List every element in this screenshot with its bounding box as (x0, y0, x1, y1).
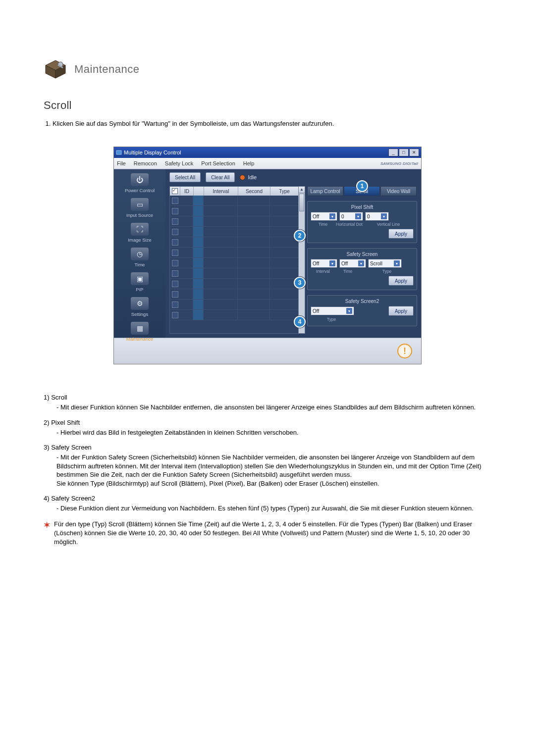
footnote: ✶ Für den type (Typ) Scroll (Blättern) k… (44, 520, 491, 547)
right-panel: Lamp Control Scroll Video Wall 1 Pixel S… (307, 186, 417, 334)
grid-header-status-icon[interactable] (194, 187, 204, 196)
table-row[interactable] (170, 279, 299, 289)
maintenance-icon (44, 59, 67, 79)
tabs: Lamp Control Scroll Video Wall 1 (307, 186, 417, 196)
svg-rect-5 (116, 151, 121, 154)
sidebar-item-input-source[interactable]: ▭Input Source (116, 198, 163, 218)
app-window: Multiple Display Control _ □ ✕ File Remo… (114, 147, 421, 364)
safety-screen-interval[interactable]: Off▾ (339, 259, 366, 268)
pixel-shift-hdot[interactable]: 0▾ (339, 212, 363, 221)
table-row[interactable] (170, 237, 299, 248)
table-row[interactable] (170, 289, 299, 300)
grid-header: ✓ ID Interval Second Type (170, 187, 299, 196)
apply-button-safety-screen[interactable]: Apply (388, 276, 414, 286)
apply-button-safety-screen2[interactable]: Apply (388, 306, 414, 316)
sidebar-item-image-size[interactable]: ⛶Image Size (116, 223, 163, 243)
explanation-item-4: 4) Safety Screen2 - Diese Funktion dient… (44, 495, 491, 513)
table-row[interactable] (170, 300, 299, 310)
idle-label: Idle (248, 174, 257, 180)
table-row[interactable] (170, 227, 299, 237)
sidebar-item-pip[interactable]: ▣PIP (116, 272, 163, 292)
minimize-button[interactable]: _ (388, 149, 398, 156)
safety-screen-type[interactable]: Scroll▾ (368, 259, 402, 268)
input-icon: ▭ (131, 198, 149, 211)
safety-screen-onoff[interactable]: Off▾ (311, 259, 337, 268)
grid-header-check[interactable]: ✓ (170, 187, 180, 196)
page-header: Maintenance (44, 59, 491, 79)
image-size-icon: ⛶ (131, 223, 149, 236)
panel-pixel-shift: Pixel Shift Off▾ 0▾ 0▾ Time Horizontal D… (307, 201, 417, 243)
window-title: Multiple Display Control (124, 150, 181, 155)
main-panel: Select All Clear All Idle ✓ ID Interval … (165, 169, 421, 338)
app-icon (116, 150, 122, 155)
grid-header-second[interactable]: Second (238, 187, 270, 196)
toolbar: Select All Clear All Idle (165, 169, 421, 184)
callout-1: 1 (356, 180, 368, 192)
sidebar-item-time[interactable]: ◷Time (116, 248, 163, 267)
label-type2: Type (311, 317, 352, 322)
chevron-down-icon: ▾ (381, 213, 387, 219)
scroll-up-icon[interactable]: ▲ (299, 187, 305, 193)
grid-rows (170, 196, 299, 320)
explanation-item-3: 3) Safety Screen - Mit der Funktion Safe… (44, 444, 491, 488)
menu-port-selection[interactable]: Port Selection (201, 160, 235, 166)
explanation-item-1: 1) Scroll - Mit dieser Funktion können S… (44, 394, 491, 412)
tab-lamp-control[interactable]: Lamp Control (307, 186, 343, 196)
maximize-button[interactable]: □ (399, 149, 409, 156)
menu-help[interactable]: Help (243, 160, 255, 166)
close-button[interactable]: ✕ (409, 149, 419, 156)
star-icon: ✶ (44, 520, 50, 547)
brand-label: SAMSUNG DIGITall (380, 161, 418, 166)
pixel-shift-vline[interactable]: 0▾ (365, 212, 389, 221)
label-hdot: Horizontal Dot (335, 222, 363, 227)
time-icon: ◷ (131, 248, 149, 260)
section-title: Scroll (44, 99, 491, 112)
label-interval: Interval (311, 269, 335, 274)
titlebar: Multiple Display Control _ □ ✕ (114, 147, 421, 158)
sidebar-item-power-control[interactable]: ⏻Power Control (116, 173, 163, 193)
safety-screen2-onoff[interactable]: Off▾ (311, 306, 354, 315)
table-row[interactable] (170, 206, 299, 216)
scroll-thumb[interactable] (299, 194, 304, 211)
label-vline: Vertical Line (363, 222, 414, 227)
panel-title-pixel-shift: Pixel Shift (311, 204, 414, 210)
warning-icon: ! (397, 344, 412, 358)
table-row[interactable] (170, 258, 299, 268)
panel-safety-screen: Safety Screen Off▾ Off▾ Scroll▾ Interval… (307, 248, 417, 290)
clear-all-button[interactable]: Clear All (206, 172, 235, 182)
menu-remocon[interactable]: Remocon (134, 160, 157, 166)
device-grid: ✓ ID Interval Second Type (169, 186, 299, 334)
panel-title-safety-screen: Safety Screen (311, 252, 414, 257)
explanation-list: 1) Scroll - Mit dieser Funktion können S… (44, 394, 491, 513)
header-title: Maintenance (74, 63, 139, 76)
menu-safety-lock[interactable]: Safety Lock (165, 160, 193, 166)
pip-icon: ▣ (131, 272, 149, 285)
footnote-text: Für den type (Typ) Scroll (Blättern) kön… (54, 520, 491, 547)
label-time2: Time (335, 269, 360, 274)
grid-header-type[interactable]: Type (270, 187, 299, 196)
pixel-shift-onoff[interactable]: Off▾ (311, 212, 337, 221)
maintenance-side-icon: ▦ (131, 322, 149, 335)
idle-dot-icon (240, 175, 245, 180)
sidebar-item-settings[interactable]: ⚙Settings (116, 297, 163, 317)
table-row[interactable] (170, 196, 299, 206)
sidebar: ⏻Power Control ▭Input Source ⛶Image Size… (114, 169, 165, 338)
table-row[interactable] (170, 268, 299, 279)
table-row[interactable] (170, 216, 299, 227)
panel-title-safety-screen2: Safety Screen2 (311, 299, 414, 304)
grid-header-interval[interactable]: Interval (204, 187, 238, 196)
menubar: File Remocon Safety Lock Port Selection … (114, 158, 421, 169)
table-row[interactable] (170, 248, 299, 258)
grid-header-id[interactable]: ID (180, 187, 194, 196)
callout-4: 4 (294, 316, 306, 328)
tab-video-wall[interactable]: Video Wall (380, 186, 417, 196)
select-all-button[interactable]: Select All (169, 172, 201, 182)
table-row[interactable] (170, 310, 299, 320)
callout-3: 3 (294, 277, 306, 289)
sidebar-item-maintenance[interactable]: ▦Maintenance (116, 322, 163, 342)
grid-scrollbar[interactable]: ▲ (298, 186, 305, 334)
menu-file[interactable]: File (117, 160, 126, 166)
apply-button-pixel-shift[interactable]: Apply (388, 229, 414, 239)
chevron-down-icon: ▾ (394, 260, 400, 266)
callout-2: 2 (294, 230, 306, 242)
